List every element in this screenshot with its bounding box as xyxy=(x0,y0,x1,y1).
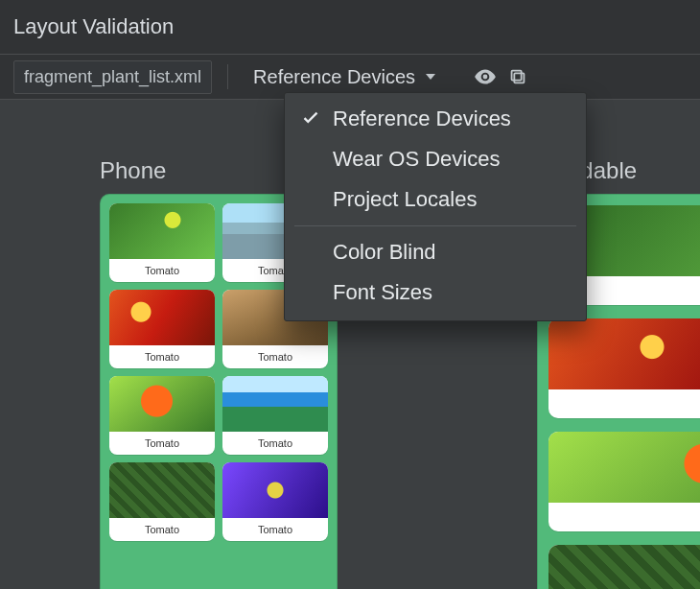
check-icon xyxy=(300,108,321,130)
page-title: Layout Validation xyxy=(13,14,174,39)
list-item: Tomato xyxy=(109,203,215,282)
list-item: Tomato xyxy=(548,545,700,589)
thumbnail xyxy=(109,203,215,259)
menu-item-label: Wear OS Devices xyxy=(333,147,500,172)
card-caption: Tomato xyxy=(222,432,328,455)
list-item: Tomato xyxy=(109,376,215,455)
thumbnail xyxy=(109,462,215,518)
menu-check-placeholder xyxy=(300,242,321,263)
card-caption: Tomato xyxy=(109,259,215,282)
card-caption: Tomato xyxy=(548,503,700,531)
card-caption: Tomato xyxy=(109,432,215,455)
menu-item-font-sizes[interactable]: Font Sizes xyxy=(285,272,586,313)
list-item: Tomato xyxy=(548,432,700,531)
thumbnail xyxy=(548,318,700,389)
svg-rect-1 xyxy=(512,71,522,81)
card-caption: Tomato xyxy=(548,389,700,418)
menu-check-placeholder xyxy=(300,282,321,303)
card-caption: Tomato xyxy=(109,345,215,368)
validation-set-menu: Reference Devices Wear OS Devices Projec… xyxy=(284,92,587,321)
thumbnail xyxy=(109,290,215,345)
validation-set-dropdown[interactable]: Reference Devices xyxy=(244,62,448,92)
menu-check-placeholder xyxy=(300,189,321,210)
menu-item-wear-os-devices[interactable]: Wear OS Devices xyxy=(285,139,586,179)
breadcrumb[interactable]: fragment_plant_list.xml xyxy=(13,60,212,94)
list-item: Tomato xyxy=(222,376,328,455)
list-item: Tomato xyxy=(109,290,215,368)
copy-icon[interactable] xyxy=(507,66,528,87)
list-item: Tomato xyxy=(548,318,700,418)
svg-rect-0 xyxy=(514,73,524,82)
breadcrumb-label: fragment_plant_list.xml xyxy=(24,67,201,86)
list-item: Tomato xyxy=(109,462,215,541)
menu-item-label: Color Blind xyxy=(333,240,436,265)
card-caption: Tomato xyxy=(109,518,215,541)
toolbar-separator xyxy=(227,64,228,89)
titlebar: Layout Validation xyxy=(0,0,700,55)
card-caption: Tomato xyxy=(222,518,328,541)
visibility-icon[interactable] xyxy=(473,64,498,89)
thumbnail xyxy=(548,432,700,503)
chevron-down-icon xyxy=(423,69,438,84)
thumbnail xyxy=(222,376,328,432)
card-caption: Tomato xyxy=(222,345,328,368)
menu-item-reference-devices[interactable]: Reference Devices xyxy=(285,99,586,139)
menu-divider xyxy=(294,225,576,226)
preview-group-label-phone: Phone xyxy=(100,157,166,184)
menu-item-label: Reference Devices xyxy=(333,106,511,131)
menu-item-label: Project Locales xyxy=(333,187,477,212)
menu-item-label: Font Sizes xyxy=(333,280,432,305)
list-item: Tomato xyxy=(222,462,328,541)
thumbnail xyxy=(548,545,700,589)
menu-check-placeholder xyxy=(300,149,321,170)
menu-item-project-locales[interactable]: Project Locales xyxy=(285,179,586,220)
thumbnail xyxy=(109,376,215,432)
dropdown-label: Reference Devices xyxy=(253,66,415,88)
thumbnail xyxy=(222,462,328,518)
menu-item-color-blind[interactable]: Color Blind xyxy=(285,232,586,272)
